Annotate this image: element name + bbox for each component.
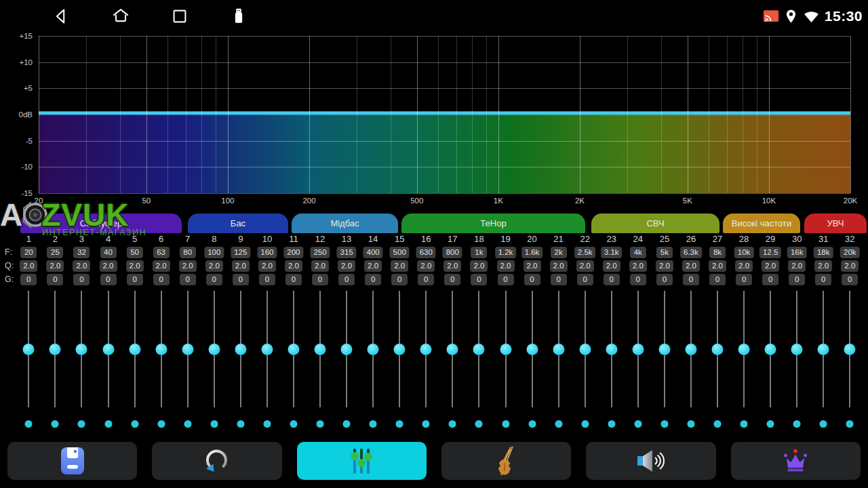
slider-dot[interactable] [131, 420, 138, 428]
slider-knob[interactable] [155, 344, 167, 355]
slider-knob[interactable] [632, 344, 644, 355]
slider-knob[interactable] [526, 344, 538, 355]
slider-dot[interactable] [157, 420, 165, 428]
slider-dot[interactable] [714, 420, 722, 428]
slider-dot[interactable] [210, 420, 218, 428]
slider-dot[interactable] [687, 420, 694, 428]
floppy-disk-icon [60, 447, 85, 475]
slider-knob[interactable] [76, 344, 87, 355]
premium-button[interactable] [731, 442, 861, 480]
slider-knob[interactable] [368, 344, 379, 355]
slider-knob[interactable] [182, 344, 193, 355]
slider-knob[interactable] [235, 344, 246, 355]
slider-dot[interactable] [793, 420, 801, 428]
slider-knob[interactable] [447, 344, 458, 355]
slider-knob[interactable] [261, 344, 273, 355]
instrument-button[interactable] [441, 442, 571, 480]
slider-dot[interactable] [528, 420, 536, 428]
slider-knob[interactable] [23, 344, 35, 355]
slider-dot[interactable] [660, 420, 668, 428]
slider-knob[interactable] [579, 344, 591, 355]
slider-dot[interactable] [502, 420, 509, 428]
slider-dot[interactable] [52, 420, 59, 428]
slider-dot[interactable] [846, 420, 854, 428]
slider-dot[interactable] [449, 420, 456, 428]
slider-dot[interactable] [237, 420, 244, 428]
slider-dot[interactable] [422, 420, 430, 428]
slider-knob[interactable] [738, 344, 750, 355]
slider-knob[interactable] [500, 344, 511, 355]
slider-dot[interactable] [396, 420, 403, 428]
slider-dot[interactable] [263, 420, 271, 428]
slider-knob[interactable] [685, 344, 696, 355]
back-icon[interactable] [52, 7, 71, 26]
band-sliders [0, 0, 868, 488]
crown-icon [782, 448, 809, 474]
home-icon[interactable] [111, 7, 130, 26]
slider-knob[interactable] [712, 344, 724, 355]
volume-button[interactable] [586, 442, 715, 480]
slider-dot[interactable] [555, 420, 562, 428]
slider-dot[interactable] [608, 420, 615, 428]
slider-knob[interactable] [394, 344, 406, 355]
slider-knob[interactable] [420, 344, 432, 355]
slider-dot[interactable] [370, 420, 377, 428]
equalizer-sliders-icon [347, 446, 376, 476]
slider-dot[interactable] [634, 420, 642, 428]
wifi-icon [803, 9, 820, 24]
loudspeaker-icon [635, 449, 667, 473]
slider-knob[interactable] [765, 344, 776, 355]
slider-dot[interactable] [317, 420, 324, 428]
slider-knob[interactable] [102, 344, 114, 355]
slider-dot[interactable] [820, 420, 827, 428]
watermark-subtitle: ИНТЕРНЕТ-МАГАЗИН [42, 228, 146, 237]
equalizer-button[interactable] [297, 442, 427, 480]
reset-arrow-icon [203, 447, 231, 474]
slider-dot[interactable] [290, 420, 297, 428]
slider-dot[interactable] [25, 420, 33, 428]
slider-knob[interactable] [129, 344, 140, 355]
slider-knob[interactable] [288, 344, 299, 355]
reset-button[interactable] [152, 442, 281, 480]
slider-dot[interactable] [343, 420, 351, 428]
usb-drive-icon [229, 7, 248, 26]
save-button[interactable] [7, 442, 137, 480]
slider-knob[interactable] [791, 344, 803, 355]
recents-icon[interactable] [170, 7, 189, 26]
slider-knob[interactable] [606, 344, 617, 355]
slider-dot[interactable] [767, 420, 774, 428]
bottom-toolbar [7, 442, 861, 480]
slider-knob[interactable] [50, 344, 61, 355]
slider-knob[interactable] [315, 344, 326, 355]
status-bar: 15:30 [0, 0, 868, 33]
location-icon [784, 8, 798, 24]
slider-dot[interactable] [78, 420, 85, 428]
clock: 15:30 [825, 8, 863, 24]
slider-knob[interactable] [844, 344, 856, 355]
slider-knob[interactable] [658, 344, 670, 355]
watermark: A ZVUK ИНТЕРНЕТ-МАГАЗИН [0, 197, 146, 237]
slider-dot[interactable] [741, 420, 748, 428]
slider-dot[interactable] [581, 420, 589, 428]
slider-dot[interactable] [475, 420, 483, 428]
slider-dot[interactable] [104, 420, 112, 428]
slider-knob[interactable] [553, 344, 564, 355]
cast-icon [763, 9, 779, 24]
slider-knob[interactable] [341, 344, 353, 355]
slider-knob[interactable] [818, 344, 829, 355]
violin-icon [494, 446, 519, 476]
slider-dot[interactable] [184, 420, 191, 428]
slider-knob[interactable] [208, 344, 220, 355]
slider-knob[interactable] [473, 344, 485, 355]
